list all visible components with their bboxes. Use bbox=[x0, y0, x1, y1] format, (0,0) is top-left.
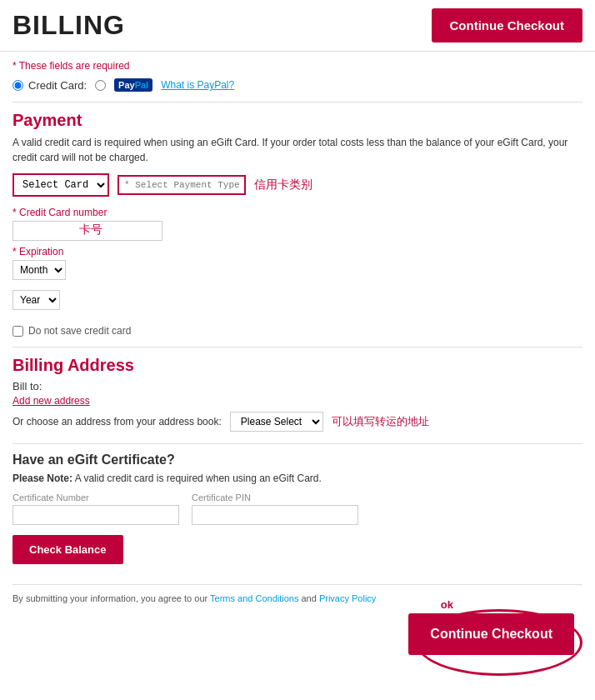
select-card-dropdown[interactable]: Select Card bbox=[14, 175, 108, 195]
paypal-logo: PayPal bbox=[114, 78, 152, 92]
credit-card-number-label: * Credit Card number bbox=[12, 207, 582, 218]
divider-3 bbox=[12, 443, 582, 444]
billing-section: Billing Address Bill to: Add new address… bbox=[12, 356, 582, 432]
bottom-area: ok Continue Checkout bbox=[12, 613, 582, 655]
payment-note: A valid credit card is required when usi… bbox=[12, 135, 582, 165]
select-card-row: Select Card 信用卡类别 bbox=[12, 173, 582, 197]
egift-title: Have an eGift Certificate? bbox=[12, 452, 582, 468]
terms-and-conditions-link[interactable]: Terms and Conditions bbox=[210, 593, 298, 603]
cert-pin-input[interactable] bbox=[192, 505, 358, 525]
select-card-wrapper: Select Card bbox=[12, 173, 109, 197]
credit-card-radio[interactable] bbox=[12, 80, 23, 91]
add-new-address-link[interactable]: Add new address bbox=[12, 395, 582, 407]
cert-row: Certificate Number Certificate PIN bbox=[12, 492, 582, 525]
continue-checkout-top-button[interactable]: Continue Checkout bbox=[432, 8, 583, 42]
expiration-label: * Expiration bbox=[12, 246, 582, 258]
address-row: Or choose an address from your address b… bbox=[12, 412, 582, 432]
required-note: * These fields are required bbox=[12, 60, 582, 72]
bill-to: Bill to: bbox=[12, 380, 582, 392]
credit-card-number-wrapper: 卡号 bbox=[12, 221, 162, 246]
divider-1 bbox=[12, 102, 582, 102]
divider-2 bbox=[12, 347, 582, 348]
cert-number-field: Certificate Number bbox=[12, 492, 179, 525]
card-type-annotation: 信用卡类别 bbox=[254, 178, 312, 192]
terms-text: By submitting your information, you agre… bbox=[12, 593, 210, 603]
month-select[interactable]: Month 010203 040506 070809 101112 bbox=[13, 261, 65, 279]
page-header: BILLING Continue Checkout bbox=[0, 0, 595, 52]
paypal-radio[interactable] bbox=[95, 80, 106, 91]
payment-method-row: Credit Card: PayPal What is PayPal? bbox=[12, 78, 582, 92]
credit-card-label: Credit Card: bbox=[28, 79, 87, 92]
egift-note-bold: Please Note: bbox=[12, 472, 72, 484]
main-content: * These fields are required Credit Card:… bbox=[0, 52, 595, 672]
cert-number-label: Certificate Number bbox=[12, 492, 179, 502]
select-payment-type-input[interactable] bbox=[119, 177, 244, 193]
choose-address-label: Or choose an address from your address b… bbox=[12, 416, 222, 428]
payment-section-title: Payment bbox=[12, 111, 582, 130]
continue-checkout-bottom-button[interactable]: Continue Checkout bbox=[408, 613, 574, 655]
egift-note: Please Note: A valid credit card is requ… bbox=[12, 472, 582, 484]
do-not-save-label: Do not save credit card bbox=[28, 325, 131, 337]
address-annotation: 可以填写转运的地址 bbox=[332, 414, 429, 429]
year-select-wrapper: Year 202420252026 202720282029 2030 bbox=[12, 290, 60, 310]
credit-card-radio-group: Credit Card: bbox=[12, 79, 87, 92]
month-select-wrapper: Month 010203 040506 070809 101112 bbox=[12, 260, 66, 280]
cert-pin-field: Certificate PIN bbox=[192, 492, 358, 525]
bill-to-label: Bill to: bbox=[12, 380, 42, 392]
privacy-policy-link[interactable]: Privacy Policy bbox=[319, 593, 376, 603]
year-select[interactable]: Year 202420252026 202720282029 2030 bbox=[13, 291, 59, 309]
terms-and-text: and bbox=[298, 593, 318, 603]
do-not-save-checkbox[interactable] bbox=[12, 326, 23, 337]
ok-annotation: ok bbox=[441, 598, 453, 611]
check-balance-button[interactable]: Check Balance bbox=[12, 535, 123, 564]
egift-note-text: A valid credit card is required when usi… bbox=[72, 472, 322, 484]
terms-row: By submitting your information, you agre… bbox=[12, 593, 582, 603]
do-not-save-row: Do not save credit card bbox=[12, 325, 582, 337]
cert-pin-label: Certificate PIN bbox=[192, 492, 358, 502]
cert-number-input[interactable] bbox=[12, 505, 179, 525]
address-select[interactable]: Please Select bbox=[231, 412, 322, 431]
divider-4 bbox=[12, 584, 582, 585]
page-title: BILLING bbox=[12, 10, 125, 41]
address-select-wrapper: Please Select bbox=[230, 412, 323, 432]
what-is-paypal-link[interactable]: What is PayPal? bbox=[161, 79, 234, 91]
card-no-annotation: 卡号 bbox=[79, 222, 102, 238]
billing-section-title: Billing Address bbox=[12, 356, 582, 375]
select-payment-type-wrapper bbox=[118, 175, 246, 195]
